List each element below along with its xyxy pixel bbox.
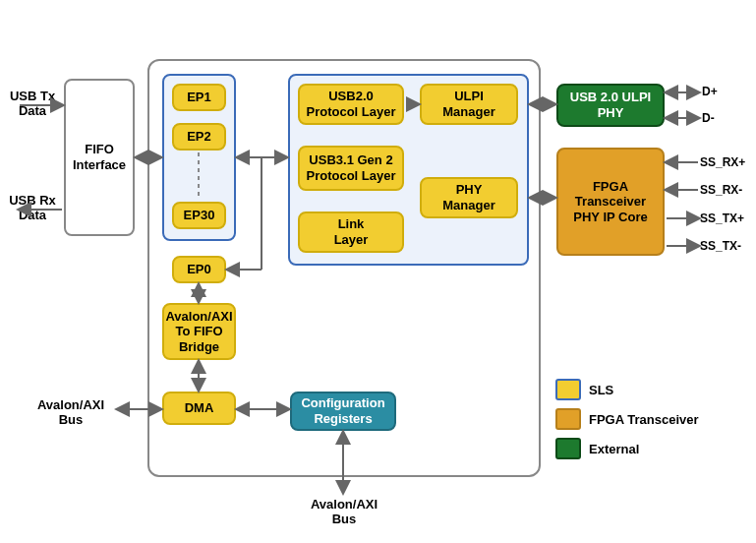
fifo-interface-box: FIFO Interface: [64, 79, 135, 236]
ep0-block: EP0: [172, 256, 226, 283]
bridge-block: Avalon/AXI To FIFO Bridge: [162, 303, 236, 360]
usb-tx-data-label: USB Tx Data: [4, 89, 61, 118]
config-registers-block: Configuration Registers: [290, 392, 396, 431]
avalon-axi-bus-bottom-label: Avalon/AXI Bus: [295, 497, 393, 526]
d-minus-label: D-: [702, 111, 715, 125]
phy-manager-block: PHY Manager: [420, 177, 518, 218]
fifo-interface-label: FIFO Interface: [73, 142, 126, 172]
link-layer-label: Link Layer: [334, 216, 369, 247]
ep2-label: EP2: [187, 129, 211, 145]
ep0-label: EP0: [187, 262, 211, 277]
legend-fpga-label: FPGA Transceiver: [589, 412, 699, 427]
dma-label: DMA: [185, 400, 214, 416]
config-registers-label: Configuration Registers: [301, 395, 384, 426]
ep30-block: EP30: [172, 202, 226, 229]
ss-rx-plus-label: SS_RX+: [700, 155, 745, 169]
legend-ext-label: External: [589, 442, 639, 456]
fpga-phy-label: FPGA Transceiver PHY IP Core: [573, 179, 647, 225]
ss-tx-minus-label: SS_TX-: [700, 239, 741, 253]
usb31-protocol-label: USB3.1 Gen 2 Protocol Layer: [306, 152, 395, 183]
legend-sls: SLS: [555, 379, 613, 400]
ss-tx-plus-label: SS_TX+: [700, 211, 744, 225]
fpga-phy-block: FPGA Transceiver PHY IP Core: [556, 148, 665, 256]
ep2-block: EP2: [172, 123, 226, 151]
avalon-axi-bus-left-label: Avalon/AXI Bus: [27, 397, 115, 427]
dma-block: DMA: [162, 392, 236, 425]
legend-sls-label: SLS: [589, 383, 613, 397]
usb20-protocol-label: USB2.0 Protocol Layer: [306, 89, 395, 119]
legend-ext: External: [555, 438, 639, 459]
ss-rx-minus-label: SS_RX-: [700, 183, 742, 197]
legend-fpga: FPGA Transceiver: [555, 408, 699, 430]
bridge-label: Avalon/AXI To FIFO Bridge: [165, 309, 232, 355]
ep1-label: EP1: [187, 90, 211, 105]
ulpi-manager-block: ULPI Manager: [420, 84, 518, 125]
link-layer-block: Link Layer: [298, 211, 404, 253]
diagram-canvas: FIFO Interface EP1 EP2 EP30 EP0 Avalon/A…: [0, 0, 756, 543]
ulpi-phy-label: USB 2.0 ULPI PHY: [570, 90, 651, 120]
ep30-label: EP30: [184, 208, 215, 223]
ulpi-manager-label: ULPI Manager: [442, 89, 494, 119]
usb-rx-data-label: USB Rx Data: [4, 193, 61, 222]
ep1-block: EP1: [172, 84, 226, 111]
legend-fpga-swatch: [555, 408, 581, 430]
usb20-protocol-block: USB2.0 Protocol Layer: [298, 84, 404, 125]
d-plus-label: D+: [702, 85, 718, 98]
legend-ext-swatch: [555, 438, 581, 459]
legend-sls-swatch: [555, 379, 581, 400]
phy-manager-label: PHY Manager: [442, 182, 494, 212]
ulpi-phy-block: USB 2.0 ULPI PHY: [556, 84, 665, 127]
usb31-protocol-block: USB3.1 Gen 2 Protocol Layer: [298, 146, 404, 191]
